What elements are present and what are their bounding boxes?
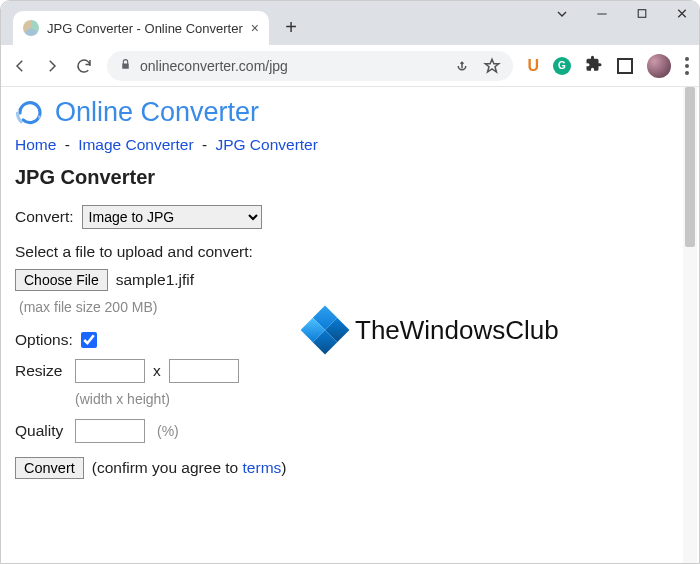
crumb-home[interactable]: Home xyxy=(15,136,56,153)
submit-row: Convert (confirm you agree to terms) xyxy=(15,457,685,479)
sidepanel-icon[interactable] xyxy=(617,58,633,74)
resize-hint: (width x height) xyxy=(75,391,685,407)
confirm-suffix: ) xyxy=(281,459,286,476)
options-checkbox[interactable] xyxy=(81,332,97,348)
window-controls xyxy=(553,1,691,29)
site-logo-icon xyxy=(15,98,45,128)
new-tab-button[interactable]: + xyxy=(277,13,305,41)
page-content: Online Converter Home - Image Converter … xyxy=(1,87,699,517)
chevron-down-icon[interactable] xyxy=(553,6,571,25)
scrollbar-thumb[interactable] xyxy=(685,87,695,247)
file-row: Choose File sample1.jfif xyxy=(15,269,685,291)
convert-row: Convert: Image to JPG xyxy=(15,205,685,229)
quality-row: Quality (%) xyxy=(15,419,685,443)
crumb-jpg-converter[interactable]: JPG Converter xyxy=(215,136,318,153)
grammarly-ext-icon[interactable]: G xyxy=(553,57,571,75)
bookmark-star-icon[interactable] xyxy=(483,57,501,75)
convert-label: Convert: xyxy=(15,208,74,226)
quality-label: Quality xyxy=(15,422,67,440)
extensions-row: U G xyxy=(527,54,689,78)
choose-file-button[interactable]: Choose File xyxy=(15,269,108,291)
viewport: Online Converter Home - Image Converter … xyxy=(1,87,699,564)
breadcrumb: Home - Image Converter - JPG Converter xyxy=(15,136,685,154)
address-bar[interactable]: onlineconverter.com/jpg xyxy=(107,51,513,81)
share-icon[interactable] xyxy=(453,57,471,75)
resize-label: Resize xyxy=(15,362,67,380)
confirm-text: (confirm you agree to terms) xyxy=(92,459,287,477)
menu-kebab-icon[interactable] xyxy=(685,57,689,75)
ubersuggest-ext-icon[interactable]: U xyxy=(527,57,539,75)
resize-row: Resize x xyxy=(15,359,685,383)
crumb-sep: - xyxy=(60,136,74,153)
back-icon[interactable] xyxy=(11,57,29,75)
convert-select[interactable]: Image to JPG xyxy=(82,205,262,229)
profile-avatar[interactable] xyxy=(647,54,671,78)
site-name[interactable]: Online Converter xyxy=(55,97,259,128)
terms-link[interactable]: terms xyxy=(243,459,282,476)
resize-x: x xyxy=(153,362,161,380)
close-window-icon[interactable] xyxy=(673,6,691,24)
options-row: Options: xyxy=(15,331,685,349)
tab-favicon xyxy=(23,20,39,36)
page-title: JPG Converter xyxy=(15,166,685,189)
quality-input[interactable] xyxy=(75,419,145,443)
svg-rect-1 xyxy=(638,10,646,18)
browser-toolbar: onlineconverter.com/jpg U G xyxy=(1,45,699,87)
url-text: onlineconverter.com/jpg xyxy=(140,58,288,74)
browser-titlebar: JPG Converter - Online Converter × + xyxy=(1,1,699,45)
maximize-icon[interactable] xyxy=(633,7,651,23)
options-label: Options: xyxy=(15,331,73,349)
close-tab-icon[interactable]: × xyxy=(251,20,259,36)
confirm-prefix: (confirm you agree to xyxy=(92,459,243,476)
forward-icon[interactable] xyxy=(43,57,61,75)
quality-hint: (%) xyxy=(157,423,179,439)
max-size-hint: (max file size 200 MB) xyxy=(19,299,685,315)
tab-title: JPG Converter - Online Converter xyxy=(47,21,243,36)
site-header: Online Converter xyxy=(15,97,685,128)
convert-button[interactable]: Convert xyxy=(15,457,84,479)
selected-filename: sample1.jfif xyxy=(116,271,194,289)
crumb-sep: - xyxy=(198,136,212,153)
lock-icon xyxy=(119,58,132,74)
minimize-icon[interactable] xyxy=(593,7,611,24)
addr-actions xyxy=(453,57,501,75)
reload-icon[interactable] xyxy=(75,57,93,75)
upload-prompt: Select a file to upload and convert: xyxy=(15,243,685,261)
browser-tab[interactable]: JPG Converter - Online Converter × xyxy=(13,11,269,45)
extensions-icon[interactable] xyxy=(585,55,603,77)
scrollbar[interactable] xyxy=(683,87,697,564)
resize-width-input[interactable] xyxy=(75,359,145,383)
crumb-image-converter[interactable]: Image Converter xyxy=(78,136,193,153)
resize-height-input[interactable] xyxy=(169,359,239,383)
